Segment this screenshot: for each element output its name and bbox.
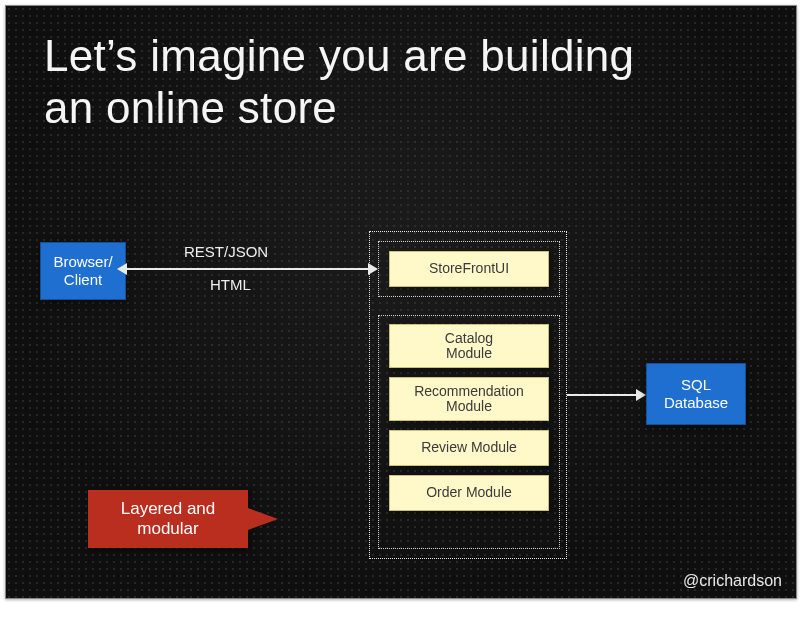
rest-html-arrow <box>126 268 369 270</box>
arrow-label-rest-json: REST/JSON <box>184 243 268 260</box>
slide: Let’s imagine you are building an online… <box>5 5 797 599</box>
recommendation-module-box: RecommendationModule <box>389 377 549 421</box>
storefront-ui-box: StoreFrontUI <box>389 251 549 287</box>
layered-modular-callout: Layered andmodular <box>88 490 248 548</box>
author-handle: @crichardson <box>683 572 782 590</box>
browser-client-box: Browser/Client <box>40 242 126 300</box>
slide-title: Let’s imagine you are building an online… <box>44 30 684 134</box>
review-module-box: Review Module <box>389 430 549 466</box>
order-module-box: Order Module <box>389 475 549 511</box>
arrow-label-html: HTML <box>210 276 251 293</box>
catalog-module-box: CatalogModule <box>389 324 549 368</box>
application-container: StoreFrontUI CatalogModule Recommendatio… <box>369 231 567 559</box>
modules-layer-container: CatalogModule RecommendationModule Revie… <box>378 315 560 549</box>
sql-database-box: SQLDatabase <box>646 363 746 425</box>
page-margin-bottom <box>0 604 802 620</box>
db-arrow <box>567 394 637 396</box>
ui-layer-container: StoreFrontUI <box>378 241 560 297</box>
